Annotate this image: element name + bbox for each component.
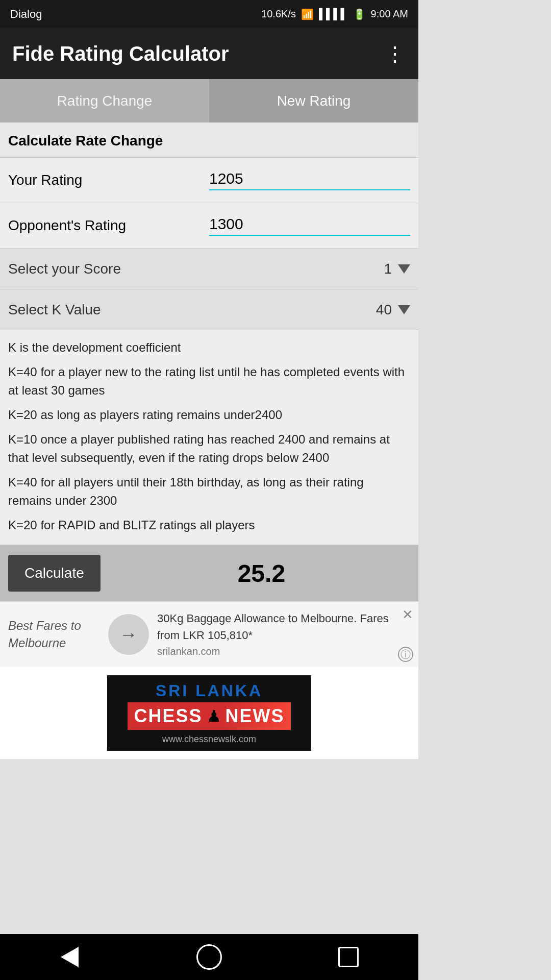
your-rating-input[interactable]	[209, 170, 410, 189]
battery-icon: 🔋	[353, 8, 366, 20]
info-text-2: K=20 as long as players rating remains u…	[8, 406, 410, 424]
ad-info-icon[interactable]: ⓘ	[398, 647, 413, 662]
ad-banner: Best Fares to Melbourne → 30Kg Baggage A…	[0, 601, 418, 667]
nav-home-button[interactable]	[139, 934, 279, 980]
chess-piece-icon: ♟	[207, 706, 221, 726]
ad-main-text: 30Kg Baggage Allowance to Melbourne. Far…	[157, 610, 410, 644]
chess-news-bottom: CHESS ♟ NEWS	[128, 702, 290, 730]
chess-news-inner: SRI LANKA CHESS ♟ NEWS www.chessnewslk.c…	[107, 675, 311, 751]
k-value-label: Select K Value	[8, 302, 101, 318]
status-bar: Dialog 10.6K/s 📶 ▌▌▌▌ 🔋 9:00 AM	[0, 0, 418, 28]
opponent-rating-underline	[209, 235, 410, 236]
tab-bar: Rating Change New Rating	[0, 79, 418, 122]
calculate-row: Calculate 25.2	[0, 545, 418, 601]
info-text-1: K=40 for a player new to the rating list…	[8, 363, 410, 400]
tab-new-rating[interactable]: New Rating	[209, 79, 418, 122]
calculate-button[interactable]: Calculate	[8, 555, 101, 592]
info-text-4: K=40 for all players until their 18th bi…	[8, 473, 410, 510]
bottom-navigation	[0, 934, 418, 980]
time: 9:00 AM	[371, 8, 408, 20]
menu-dots-button[interactable]: ⋮	[385, 42, 406, 65]
info-text-3: K=10 once a player published rating has …	[8, 430, 410, 467]
score-dropdown-row[interactable]: Select your Score 1	[0, 249, 418, 289]
ad-left-text: Best Fares to Melbourne	[8, 617, 100, 651]
section-title: Calculate Rate Change	[0, 122, 418, 158]
recent-apps-icon	[338, 947, 359, 967]
score-chevron-down-icon	[398, 264, 410, 274]
app-bar: Fide Rating Calculator ⋮	[0, 28, 418, 79]
opponent-rating-label: Opponent's Rating	[8, 217, 209, 234]
info-text-0: K is the development coefficient	[8, 338, 410, 357]
score-label: Select your Score	[8, 261, 121, 277]
k-chevron-down-icon	[398, 305, 410, 314]
k-selected-value: 40	[376, 302, 392, 318]
score-value-display[interactable]: 1	[384, 261, 410, 277]
signal-icon: ▌▌▌▌	[319, 8, 348, 20]
chess-news-banner: SRI LANKA CHESS ♟ NEWS www.chessnewslk.c…	[0, 667, 418, 759]
your-rating-row: Your Rating	[0, 158, 418, 203]
chess-news-url: www.chessnewslk.com	[162, 734, 256, 745]
k-value-display[interactable]: 40	[376, 302, 410, 318]
calculate-result: 25.2	[113, 559, 410, 587]
main-content: Calculate Rate Change Your Rating Oppone…	[0, 122, 418, 759]
info-text-5: K=20 for RAPID and BLITZ ratings all pla…	[8, 516, 410, 534]
ad-arrow-icon: →	[119, 624, 138, 645]
your-rating-underline	[209, 189, 410, 190]
chess-news-title: SRI LANKA	[156, 681, 263, 700]
opponent-rating-row: Opponent's Rating	[0, 203, 418, 249]
k-value-dropdown-row[interactable]: Select K Value 40	[0, 289, 418, 330]
opponent-rating-field-wrapper	[209, 215, 410, 236]
status-right: 10.6K/s 📶 ▌▌▌▌ 🔋 9:00 AM	[261, 8, 408, 20]
ad-main-text-wrapper: 30Kg Baggage Allowance to Melbourne. Far…	[157, 610, 410, 659]
network-speed: 10.6K/s	[261, 8, 296, 20]
info-section: K is the development coefficient K=40 fo…	[0, 330, 418, 545]
nav-recent-button[interactable]	[279, 934, 418, 980]
home-icon	[196, 944, 222, 970]
your-rating-field-wrapper	[209, 170, 410, 190]
app-title: Fide Rating Calculator	[12, 42, 229, 65]
wifi-icon: 📶	[301, 8, 314, 20]
ad-arrow-circle[interactable]: →	[108, 614, 149, 655]
nav-back-button[interactable]	[0, 934, 139, 980]
back-icon	[61, 947, 79, 967]
ad-close-icon[interactable]: ✕	[402, 607, 413, 623]
opponent-rating-input[interactable]	[209, 215, 410, 235]
your-rating-label: Your Rating	[8, 172, 209, 188]
tab-rating-change[interactable]: Rating Change	[0, 79, 209, 122]
chess-word: CHESS	[134, 705, 202, 727]
ad-source: srilankan.com	[157, 644, 410, 659]
news-word: NEWS	[226, 705, 285, 727]
app-name: Dialog	[10, 8, 42, 21]
score-selected-value: 1	[384, 261, 392, 277]
